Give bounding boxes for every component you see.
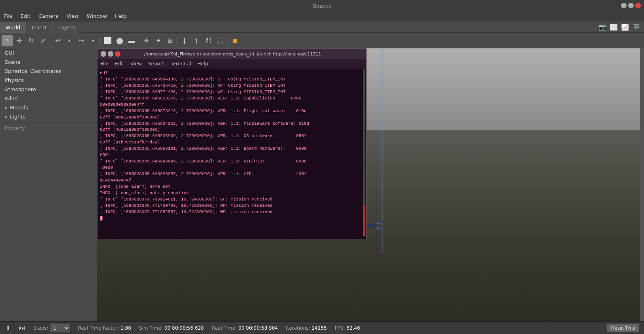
terminal-menu-help[interactable]: Help <box>194 61 211 67</box>
toolbar-sep-5 <box>227 37 228 45</box>
toolbar-sep-4 <box>177 37 178 45</box>
terminal-menu-edit[interactable]: Edit <box>112 61 127 67</box>
menu-bar: File Edit Camera View Window Help <box>0 11 644 21</box>
sim-time-label: Sim Time: <box>139 325 163 331</box>
redo-dropdown-button[interactable]: ▼ <box>88 35 99 46</box>
window-controls[interactable] <box>621 3 641 8</box>
video-button[interactable]: 🎬 <box>631 21 642 32</box>
terminal-menu-terminal[interactable]: Terminal <box>168 61 194 67</box>
property-section-label: Property <box>0 123 97 132</box>
align-in-button[interactable]: ⭳ <box>179 35 190 46</box>
rotate-tool-button[interactable]: ↻ <box>25 35 36 46</box>
sphere-tool-button[interactable]: ⬤ <box>114 35 125 46</box>
sidebar-divider <box>0 122 97 122</box>
grid-tool-button[interactable]: ⊞ <box>164 35 176 46</box>
iterations-label: Iterations: <box>286 325 310 331</box>
real-time-item: Real Time: 00 00:00:58.904 <box>212 325 278 331</box>
undo-button[interactable]: ↩ <box>52 35 63 46</box>
tab-insert[interactable]: Insert <box>26 22 52 33</box>
terminal-minimize-button[interactable] <box>101 51 106 57</box>
pause-button[interactable]: ⏸ <box>5 324 11 332</box>
undo-dropdown-button[interactable]: ▼ <box>64 35 75 46</box>
sidebar-item-atmosphere[interactable]: Atmosphere <box>0 85 97 94</box>
sim-time-value: 00 00:00:56.620 <box>164 325 204 331</box>
steps-label: Steps: <box>33 325 48 331</box>
sidebar-item-physics[interactable]: Physics <box>0 76 97 85</box>
sidebar-item-spherical-coordinates[interactable]: Spherical Coordinates <box>0 67 97 76</box>
app-title: Gazebo <box>312 3 332 9</box>
svg-point-6 <box>376 223 381 224</box>
cylinder-tool-button[interactable]: ▬ <box>126 35 137 46</box>
screenshot-button[interactable]: 📷 <box>597 21 608 32</box>
sidebar-item-lights[interactable]: Lights <box>0 112 97 121</box>
headset-button[interactable]: 🎧 <box>215 35 226 46</box>
toolbar-sep-2 <box>100 37 101 45</box>
toolbar-sep-1 <box>50 37 50 45</box>
terminal-menu-bar: File Edit View Search Terminal Help <box>97 59 366 69</box>
status-bar: ⏸ ⏭ Steps: 1 10 100 Real Time Factor: 1.… <box>0 321 644 334</box>
next-button[interactable]: ⏭ <box>19 324 25 332</box>
toolbar-sep-3 <box>139 37 139 45</box>
steps-select[interactable]: 1 10 100 <box>50 324 70 332</box>
sidebar-item-scene[interactable]: Scene <box>0 57 97 67</box>
sidebar-item-models[interactable]: Models <box>0 103 97 112</box>
maximize-button[interactable] <box>628 3 634 8</box>
terminal-window-controls[interactable] <box>101 51 120 57</box>
terminal-content[interactable]: ed! [ INFO] [1685028065.645664106, 2.720… <box>97 69 366 239</box>
menu-edit[interactable]: Edit <box>17 11 34 21</box>
scale-tool-button[interactable]: ⤢ <box>37 35 48 46</box>
menu-window[interactable]: Window <box>83 11 111 21</box>
fps-value: 62.46 <box>346 325 360 331</box>
sidebar-item-gui[interactable]: GUI <box>0 48 97 57</box>
reset-time-button[interactable]: Reset Time <box>607 324 639 332</box>
terminal-close-button[interactable] <box>115 51 120 57</box>
real-time-factor-label: Real Time Factor: <box>78 325 119 331</box>
tab-layers[interactable]: Layers <box>53 22 81 33</box>
tab-world[interactable]: World <box>0 22 26 33</box>
viewport-scrollbar[interactable] <box>640 48 644 321</box>
minimize-button[interactable] <box>621 3 627 8</box>
terminal-title: /home/test/PX4_Firmware/launch/mavros_po… <box>120 52 345 57</box>
main-toolbar: ↖ ✛ ↻ ⤢ ↩ ▼ ↪ ▼ ⬜ ⬤ ▬ ☀ ✦ ⊞ ⭳ ⭱ ⛓ 🎧 ■ <box>0 33 644 48</box>
svg-point-8 <box>376 227 381 229</box>
terminal-maximize-button[interactable] <box>108 51 113 57</box>
link-button[interactable]: ⛓ <box>203 35 214 46</box>
tabs-row: World Insert Layers 📷 ⬜ 📈 🎬 <box>0 21 644 33</box>
align-out-button[interactable]: ⭱ <box>191 35 202 46</box>
menu-camera[interactable]: Camera <box>34 11 63 21</box>
viewport[interactable]: /home/test/PX4_Firmware/launch/mavros_po… <box>97 48 644 321</box>
title-bar: Gazebo <box>0 0 644 11</box>
menu-file[interactable]: File <box>0 11 17 21</box>
sidebar: GUI Scene Spherical Coordinates Physics … <box>0 48 97 321</box>
terminal-menu-search[interactable]: Search <box>145 61 168 67</box>
cursor-tool-button[interactable]: ↖ <box>2 35 13 46</box>
record-button[interactable]: ⬜ <box>608 21 619 32</box>
terminal-menu-view[interactable]: View <box>127 61 145 67</box>
terminal-scrollbar-thumb[interactable] <box>363 205 365 237</box>
sun-tool-button[interactable]: ☀ <box>141 35 152 46</box>
sidebar-item-wind[interactable]: Wind <box>0 94 97 103</box>
iterations-item: Iterations: 14155 <box>286 325 327 331</box>
close-button[interactable] <box>635 3 641 8</box>
sim-time-item: Sim Time: 00 00:00:56.620 <box>139 325 204 331</box>
terminal-window[interactable]: /home/test/PX4_Firmware/launch/mavros_po… <box>97 48 367 239</box>
move-tool-button[interactable]: ✛ <box>13 35 25 46</box>
terminal-title-bar: /home/test/PX4_Firmware/launch/mavros_po… <box>97 49 366 59</box>
real-time-factor-item: Real Time Factor: 1.00 <box>78 325 131 331</box>
menu-help[interactable]: Help <box>111 11 131 21</box>
main-layout: GUI Scene Spherical Coordinates Physics … <box>0 48 644 321</box>
terminal-scrollbar[interactable] <box>363 69 365 237</box>
redo-button[interactable]: ↪ <box>76 35 87 46</box>
status-right: Reset Time <box>607 324 639 332</box>
steps-item: Steps: 1 10 100 <box>33 324 70 332</box>
box-tool-button[interactable]: ⬜ <box>102 35 113 46</box>
menu-view[interactable]: View <box>63 11 83 21</box>
orange-indicator-button[interactable]: ■ <box>229 35 241 46</box>
iterations-value: 14155 <box>311 325 327 331</box>
particle-tool-button[interactable]: ✦ <box>153 35 164 46</box>
real-time-value: 00 00:00:58.904 <box>238 325 278 331</box>
real-time-label: Real Time: <box>212 325 237 331</box>
fps-label: FPS: <box>335 325 345 331</box>
graph-button[interactable]: 📈 <box>619 21 631 32</box>
terminal-menu-file[interactable]: File <box>97 61 112 67</box>
